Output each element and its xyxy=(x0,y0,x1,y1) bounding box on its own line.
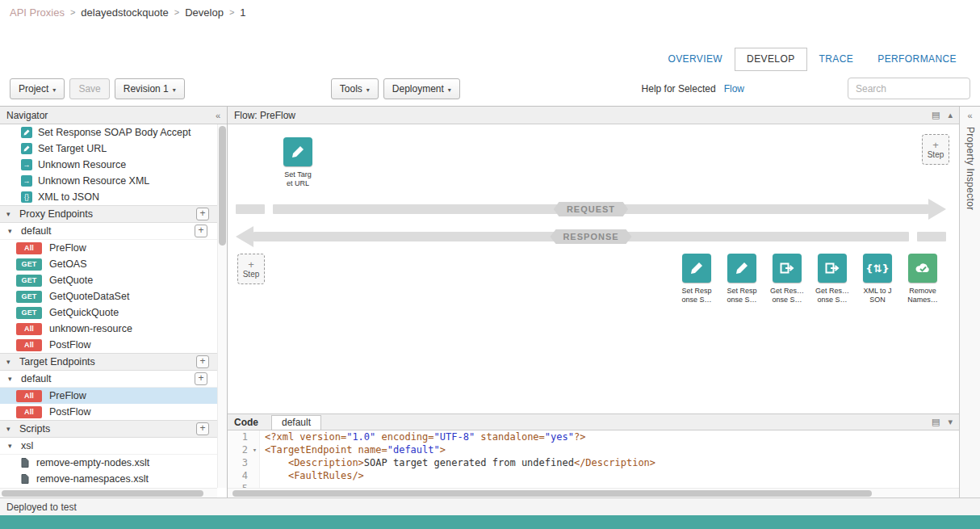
section-target-endpoints[interactable]: ▾ Target Endpoints + xyxy=(0,353,227,371)
help-for-selected-label: Help for Selected xyxy=(642,83,716,94)
add-step-button[interactable]: + Step xyxy=(237,254,265,284)
method-badge: GET xyxy=(16,258,42,271)
section-proxy-endpoints[interactable]: ▾ Proxy Endpoints + xyxy=(0,205,227,223)
fold-toggle-icon[interactable]: ▾ xyxy=(250,482,260,488)
code-panel: Code default ▤ ▾ 1<?xml version="1.0" en… xyxy=(228,414,959,498)
collapse-panel-icon[interactable]: ▴ xyxy=(948,110,953,120)
code-line: 3 <Description>SOAP target generated fro… xyxy=(228,456,959,469)
navigator-horizontal-scrollbar[interactable] xyxy=(0,488,217,498)
script-item[interactable]: remove-empty-nodes.xslt xyxy=(0,455,227,471)
deployment-menu-button[interactable]: Deployment▾ xyxy=(383,78,460,99)
add-proxy-endpoint-button[interactable]: + xyxy=(196,208,209,220)
expand-panel-icon[interactable]: ▾ xyxy=(948,417,953,427)
flow-step-get-response[interactable]: Get Res… onse S… xyxy=(812,254,852,304)
breadcrumb-proxy-name[interactable]: delayedstockquote xyxy=(81,6,168,19)
file-icon xyxy=(21,474,31,484)
section-title: Proxy Endpoints xyxy=(19,208,93,220)
policy-item[interactable]: Set Target URL xyxy=(0,141,227,157)
code-text: <TargetEndpoint name="default"> xyxy=(260,443,446,456)
policy-item[interactable]: → Unknown Resource XML xyxy=(0,173,227,189)
toolbar: Project▾ Save Revision 1▾ Tools▾ Deploym… xyxy=(0,71,980,106)
pencil-icon xyxy=(727,254,756,283)
endpoint-item[interactable]: All PreFlow xyxy=(0,240,227,256)
add-target-endpoint-button[interactable]: + xyxy=(196,355,209,368)
scrollbar-thumb[interactable] xyxy=(232,490,872,497)
group-xsl[interactable]: ▾ xsl xyxy=(0,438,227,455)
header-area: OVERVIEW DEVELOP TRACE PERFORMANCE Proje… xyxy=(0,24,980,106)
flow-step-xml-to-json[interactable]: {⇅} XML to J SON xyxy=(857,254,898,304)
breadcrumb: API Proxies > delayedstockquote > Develo… xyxy=(0,0,980,24)
method-badge: All xyxy=(16,390,42,402)
code-horizontal-scrollbar[interactable] xyxy=(228,488,959,498)
scrollbar-thumb[interactable] xyxy=(219,126,226,246)
caret-down-icon: ▾ xyxy=(366,86,370,94)
expand-inspector-icon[interactable]: « xyxy=(967,111,972,120)
section-title: Scripts xyxy=(19,423,50,435)
tab-develop[interactable]: DEVELOP xyxy=(735,48,807,71)
script-item[interactable]: remove-namespaces.xslt xyxy=(0,471,227,487)
breadcrumb-develop[interactable]: Develop xyxy=(185,6,224,19)
code-text: <Description>SOAP target generated from … xyxy=(260,456,655,469)
deployment-status: Deployed to test xyxy=(6,502,77,513)
tab-trace[interactable]: TRACE xyxy=(807,48,866,71)
flow-step-remove-namespaces[interactable]: Remove Names… xyxy=(903,254,943,304)
add-step-label: Step xyxy=(928,150,944,159)
flow-step-set-target-url[interactable]: Set Targ et URL xyxy=(278,137,318,187)
endpoint-item[interactable]: All PostFlow xyxy=(0,337,227,353)
scrollbar-thumb[interactable] xyxy=(2,490,203,497)
endpoint-item[interactable]: All unknown-resource xyxy=(0,321,227,337)
add-flow-button[interactable]: + xyxy=(195,225,207,237)
collapse-navigator-icon[interactable]: « xyxy=(216,111,220,120)
property-inspector-title: Property Inspector xyxy=(965,127,976,210)
code-line: 1<?xml version="1.0" encoding="UTF-8" st… xyxy=(228,430,959,443)
flow-step-set-response[interactable]: Set Resp onse S… xyxy=(676,254,717,304)
navigator-header: Navigator « xyxy=(0,107,227,124)
tab-bar: OVERVIEW DEVELOP TRACE PERFORMANCE xyxy=(0,24,980,71)
group-label: default xyxy=(21,225,52,237)
tab-overview[interactable]: OVERVIEW xyxy=(655,48,735,71)
endpoint-label: GetQuickQuote xyxy=(49,307,119,318)
search-input[interactable] xyxy=(848,78,970,99)
panel-layout-icon[interactable]: ▤ xyxy=(932,110,940,120)
endpoint-item[interactable]: GET GetQuoteDataSet xyxy=(0,288,227,304)
help-flow-link[interactable]: Flow xyxy=(724,83,744,94)
group-target-default[interactable]: ▾ default + xyxy=(0,371,227,388)
tools-menu-button[interactable]: Tools▾ xyxy=(331,78,379,99)
triangle-down-icon: ▾ xyxy=(8,227,16,235)
endpoint-label: PostFlow xyxy=(49,406,90,418)
navigator-title: Navigator xyxy=(6,110,48,121)
endpoint-item-selected[interactable]: All PreFlow xyxy=(0,388,227,404)
add-script-button[interactable]: + xyxy=(196,422,209,435)
navigator-vertical-scrollbar[interactable] xyxy=(217,124,227,488)
toolbar-middle-group: Tools▾ Deployment▾ xyxy=(331,78,465,99)
code-editor[interactable]: 1<?xml version="1.0" encoding="UTF-8" st… xyxy=(228,430,959,488)
policy-item[interactable]: Set Response SOAP Body Accept xyxy=(0,124,227,141)
group-proxy-default[interactable]: ▾ default + xyxy=(0,223,227,240)
flow-header: Flow: PreFlow ▤ ▴ xyxy=(228,107,959,124)
tab-performance[interactable]: PERFORMANCE xyxy=(865,48,969,71)
script-label: remove-namespaces.xslt xyxy=(36,473,149,485)
save-button[interactable]: Save xyxy=(69,78,109,99)
flow-step-set-response[interactable]: Set Resp onse S… xyxy=(722,254,762,304)
add-step-button[interactable]: + Step xyxy=(922,134,949,165)
step-label: Set Targ et URL xyxy=(284,170,311,187)
policy-item[interactable]: → Unknown Resource xyxy=(0,157,227,173)
endpoint-item[interactable]: All PostFlow xyxy=(0,404,227,420)
breadcrumb-api-proxies[interactable]: API Proxies xyxy=(10,6,65,19)
project-menu-button[interactable]: Project▾ xyxy=(10,78,65,99)
endpoint-item[interactable]: GET GetQuote xyxy=(0,272,227,288)
flow-step-get-response[interactable]: Get Res… onse S… xyxy=(767,254,807,304)
endpoint-item[interactable]: GET GetQuickQuote xyxy=(0,304,227,321)
add-flow-button[interactable]: + xyxy=(195,372,207,385)
property-inspector-strip[interactable]: « Property Inspector xyxy=(959,107,980,498)
flow-panel: Flow: PreFlow ▤ ▴ Set Targ et URL xyxy=(228,107,959,414)
section-scripts[interactable]: ▾ Scripts + xyxy=(0,420,227,438)
method-badge: All xyxy=(16,242,42,254)
policy-item[interactable]: {} XML to JSON xyxy=(0,189,227,205)
fold-toggle-icon[interactable]: ▾ xyxy=(250,443,260,456)
code-tab-default[interactable]: default xyxy=(271,415,321,430)
panel-layout-icon[interactable]: ▤ xyxy=(932,417,940,427)
revision-menu-button[interactable]: Revision 1▾ xyxy=(115,78,185,99)
breadcrumb-revision: 1 xyxy=(240,6,245,19)
endpoint-item[interactable]: GET GetOAS xyxy=(0,256,227,272)
